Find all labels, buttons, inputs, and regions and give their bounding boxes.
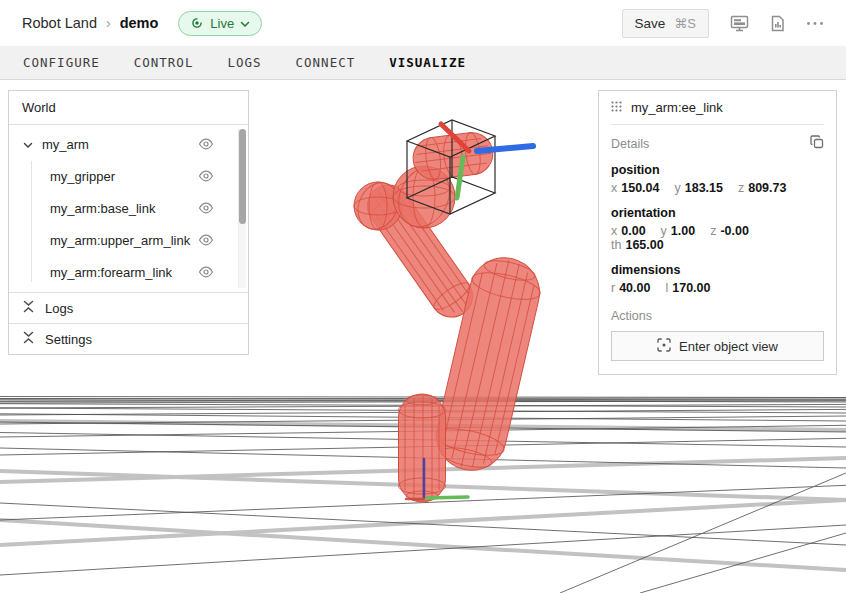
tree-item-my-gripper[interactable]: my_gripper [9, 160, 248, 192]
section-logs[interactable]: Logs [9, 292, 248, 323]
tree-item-label: my_arm:upper_arm_link [50, 233, 190, 248]
details-panel-header: my_arm:ee_link [599, 91, 836, 124]
eye-icon[interactable] [198, 266, 214, 278]
header-actions: Save ⌘S [622, 9, 824, 38]
enter-object-view-button[interactable]: Enter object view [611, 331, 824, 361]
dimensions-r: r40.00 [611, 281, 650, 295]
robot-my-arm[interactable] [351, 130, 547, 502]
details-panel-body: Details position x150.04 y183.15 z809.73 [599, 125, 836, 374]
world-panel-title: World [9, 91, 248, 125]
group-name: position [611, 163, 824, 177]
breadcrumb: Robot Land › demo [22, 15, 158, 31]
save-button[interactable]: Save ⌘S [622, 9, 709, 38]
orientation-group: orientation x0.00 y1.00 z-0.00 th165.00 [611, 206, 824, 252]
group-name: dimensions [611, 263, 824, 277]
live-label: Live [210, 16, 234, 31]
tree-item-my-arm[interactable]: my_arm [9, 128, 248, 160]
more-ellipsis-icon[interactable] [806, 21, 824, 26]
tab-configure[interactable]: CONFIGURE [6, 46, 117, 79]
breadcrumb-root[interactable]: Robot Land [22, 15, 97, 31]
tree-item-label: my_arm:base_link [50, 201, 156, 216]
tab-visualize[interactable]: VISUALIZE [372, 46, 483, 79]
unfold-less-icon [23, 331, 34, 347]
enter-object-view-label: Enter object view [679, 339, 778, 354]
position-y: y183.15 [674, 181, 722, 195]
unfold-less-icon [23, 300, 34, 316]
details-label: Details [611, 137, 649, 151]
tab-logs[interactable]: LOGS [210, 46, 278, 79]
orientation-th: th165.00 [611, 238, 664, 252]
tree-item-my-arm-forearm-link[interactable]: my_arm:forearm_link [9, 256, 248, 288]
orientation-z: z-0.00 [710, 224, 749, 238]
app-header: Robot Land › demo Live Save ⌘S [0, 0, 846, 46]
chevron-down-icon[interactable] [23, 137, 33, 152]
section-logs-label: Logs [45, 301, 73, 316]
eye-icon[interactable] [198, 234, 214, 246]
tab-control[interactable]: CONTROL [117, 46, 211, 79]
tab-connect[interactable]: CONNECT [279, 46, 373, 79]
world-tree: my_arm my_gripper my_arm:base_link my_ar… [9, 125, 248, 292]
screen-share-icon[interactable] [730, 15, 749, 32]
position-x: x150.04 [611, 181, 659, 195]
actions-label: Actions [611, 309, 824, 323]
position-group: position x150.04 y183.15 z809.73 [611, 163, 824, 195]
section-settings-label: Settings [45, 332, 92, 347]
chevron-down-icon [240, 16, 250, 31]
tree-item-my-arm-base-link[interactable]: my_arm:base_link [9, 192, 248, 224]
position-z: z809.73 [738, 181, 786, 195]
live-broadcast-icon [190, 16, 204, 30]
world-panel: World my_arm my_gripper my_arm:base_li [8, 90, 249, 355]
main-tabbar: CONFIGURE CONTROL LOGS CONNECT VISUALIZE [0, 46, 846, 80]
breadcrumb-current: demo [120, 15, 159, 31]
selected-object-title: my_arm:ee_link [631, 100, 723, 115]
drag-handle-icon[interactable] [611, 100, 622, 115]
tree-item-label: my_arm:forearm_link [50, 265, 172, 280]
save-shortcut: ⌘S [674, 16, 696, 31]
tree-item-label: my_arm [42, 137, 89, 152]
save-label: Save [635, 16, 666, 31]
object-details-panel: my_arm:ee_link Details position x150.04 … [598, 90, 837, 375]
copy-icon[interactable] [810, 135, 824, 152]
robot-base-link[interactable] [399, 394, 446, 502]
details-section-row: Details [611, 135, 824, 152]
orientation-x: x0.00 [611, 224, 646, 238]
eye-icon[interactable] [198, 138, 214, 150]
focus-view-icon [657, 338, 671, 355]
dimensions-group: dimensions r40.00 l170.00 [611, 263, 824, 295]
breadcrumb-separator: › [106, 15, 111, 31]
tree-scrollbar-thumb[interactable] [239, 129, 246, 224]
tree-scrollbar[interactable] [238, 129, 246, 288]
tree-item-label: my_gripper [50, 169, 115, 184]
section-settings[interactable]: Settings [9, 323, 248, 354]
live-status-dropdown[interactable]: Live [178, 11, 262, 36]
visualize-viewport[interactable]: World my_arm my_gripper my_arm:base_li [0, 80, 846, 593]
report-document-icon[interactable] [770, 15, 785, 32]
eye-icon[interactable] [198, 202, 214, 214]
group-name: orientation [611, 206, 824, 220]
dimensions-l: l170.00 [665, 281, 710, 295]
tree-guide-line [31, 161, 32, 282]
eye-icon[interactable] [198, 170, 214, 182]
tree-item-my-arm-upper-arm-link[interactable]: my_arm:upper_arm_link [9, 224, 248, 256]
orientation-y: y1.00 [661, 224, 696, 238]
